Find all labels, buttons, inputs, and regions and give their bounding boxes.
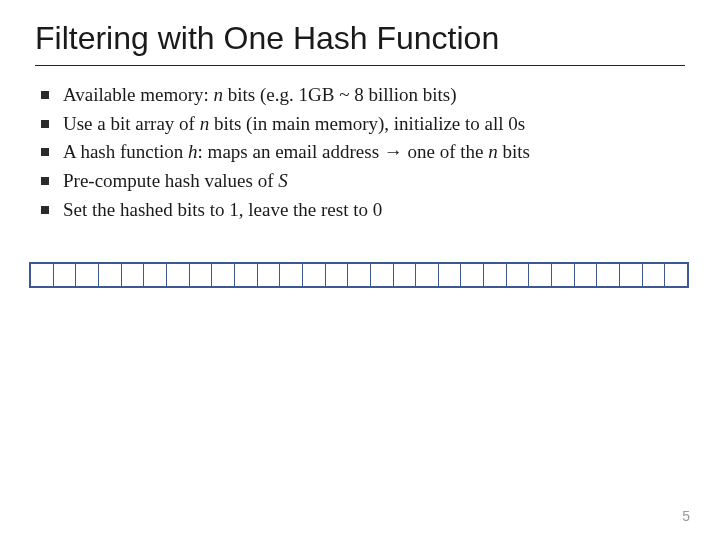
bit-cell [416, 264, 439, 286]
text-segment: : maps an email address → one of the [198, 141, 489, 162]
bullet-marker-icon [41, 120, 49, 128]
italic-var: h [188, 141, 198, 162]
bit-cell [54, 264, 77, 286]
bit-cell [484, 264, 507, 286]
bit-cell [620, 264, 643, 286]
bit-cell [122, 264, 145, 286]
bullet-text: Available memory: n bits (e.g. 1GB ~ 8 b… [63, 82, 685, 108]
text-segment: bits [498, 141, 530, 162]
list-item: Use a bit array of n bits (in main memor… [41, 111, 685, 137]
bit-cell [144, 264, 167, 286]
italic-var: n [200, 113, 210, 134]
list-item: Pre-compute hash values of S [41, 168, 685, 194]
text-segment: bits (in main memory), initialize to all… [209, 113, 525, 134]
bullet-marker-icon [41, 206, 49, 214]
bullet-text: Pre-compute hash values of S [63, 168, 685, 194]
slide-title: Filtering with One Hash Function [35, 20, 685, 66]
italic-var: n [488, 141, 498, 162]
bit-cell [167, 264, 190, 286]
bit-cell [371, 264, 394, 286]
bullet-marker-icon [41, 91, 49, 99]
italic-var: S [278, 170, 288, 191]
bit-cell [439, 264, 462, 286]
bit-cell [665, 264, 687, 286]
italic-var: n [214, 84, 224, 105]
bit-cell [348, 264, 371, 286]
text-segment: A hash function [63, 141, 188, 162]
list-item: A hash function h: maps an email address… [41, 139, 685, 165]
text-segment: Set the hashed bits to 1, leave the rest… [63, 199, 382, 220]
text-segment: bits (e.g. 1GB ~ 8 billion bits) [223, 84, 457, 105]
slide-container: Filtering with One Hash Function Availab… [0, 0, 720, 308]
bit-cell [190, 264, 213, 286]
bit-cell [303, 264, 326, 286]
page-number: 5 [682, 508, 690, 524]
bit-cell [461, 264, 484, 286]
bit-cell [99, 264, 122, 286]
bullet-text: A hash function h: maps an email address… [63, 139, 685, 165]
bit-cell [212, 264, 235, 286]
bullet-list: Available memory: n bits (e.g. 1GB ~ 8 b… [35, 82, 685, 222]
bit-cell [235, 264, 258, 286]
bit-cell [529, 264, 552, 286]
bit-cell [326, 264, 349, 286]
text-segment: Available memory: [63, 84, 214, 105]
bit-cell [31, 264, 54, 286]
bit-cell [394, 264, 417, 286]
text-segment: Use a bit array of [63, 113, 200, 134]
bit-cell [575, 264, 598, 286]
bit-cell [643, 264, 666, 286]
bullet-text: Use a bit array of n bits (in main memor… [63, 111, 685, 137]
bit-cell [76, 264, 99, 286]
bit-cell [597, 264, 620, 286]
bullet-text: Set the hashed bits to 1, leave the rest… [63, 197, 685, 223]
bit-cell [280, 264, 303, 286]
bit-cell [507, 264, 530, 286]
bullet-marker-icon [41, 177, 49, 185]
text-segment: Pre-compute hash values of [63, 170, 278, 191]
list-item: Available memory: n bits (e.g. 1GB ~ 8 b… [41, 82, 685, 108]
bit-cell [258, 264, 281, 286]
list-item: Set the hashed bits to 1, leave the rest… [41, 197, 685, 223]
bit-array-diagram [29, 262, 689, 288]
bit-cell [552, 264, 575, 286]
bullet-marker-icon [41, 148, 49, 156]
